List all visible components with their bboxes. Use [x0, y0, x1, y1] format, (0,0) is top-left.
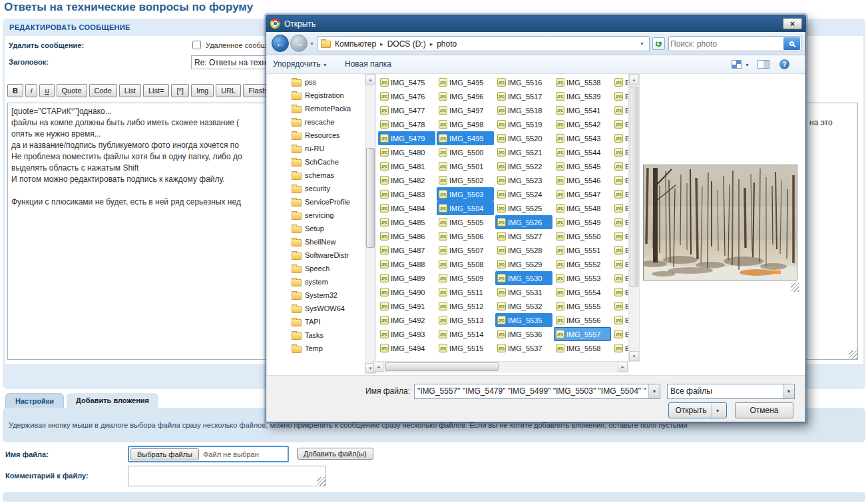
tree-item-pss[interactable]: pss	[269, 75, 363, 89]
file-item-partial[interactable]: Е	[612, 299, 628, 313]
tree-scrollbar[interactable]: ▲ ▼	[365, 74, 376, 374]
file-item-IMG_5497[interactable]: IMG_5497	[437, 103, 494, 117]
dialog-titlebar[interactable]: Открыть	[266, 15, 805, 32]
tree-item-Temp[interactable]: Temp	[269, 342, 363, 355]
file-item-IMG_5479[interactable]: IMG_5479	[378, 131, 435, 145]
file-item-IMG_5482[interactable]: IMG_5482	[378, 173, 435, 187]
file-item-partial[interactable]: Е	[612, 243, 628, 257]
file-item-IMG_5478[interactable]: IMG_5478	[378, 117, 435, 131]
delete-post-checkbox[interactable]	[192, 41, 201, 49]
tree-item-ShellNew[interactable]: ShellNew	[269, 235, 363, 249]
file-item-IMG_5506[interactable]: IMG_5506	[437, 229, 494, 243]
filetype-combobox[interactable]: Все файлы ▼	[667, 384, 795, 399]
file-item-IMG_5484[interactable]: IMG_5484	[378, 201, 435, 215]
tab-add-attachments[interactable]: Добавить вложения	[67, 393, 158, 409]
file-item-IMG_5557[interactable]: IMG_5557	[554, 327, 611, 341]
file-item-IMG_5495[interactable]: IMG_5495	[437, 75, 494, 89]
bbcode-button-list[interactable]: List	[119, 84, 141, 97]
combo-dropdown-icon[interactable]: ▼	[783, 384, 794, 398]
file-item-IMG_5487[interactable]: IMG_5487	[378, 243, 435, 257]
scroll-left-icon[interactable]: ◄	[373, 362, 383, 372]
forward-button[interactable]: →	[290, 35, 308, 52]
file-item-IMG_5515[interactable]: IMG_5515	[437, 341, 494, 355]
file-item-IMG_5517[interactable]: IMG_5517	[495, 89, 552, 103]
file-item-IMG_5543[interactable]: IMG_5543	[554, 131, 611, 145]
files-hscrollbar-thumb[interactable]	[385, 362, 499, 371]
file-item-IMG_5518[interactable]: IMG_5518	[495, 103, 552, 117]
files-vertical-scrollbar[interactable]: ▲ ▼	[628, 74, 640, 362]
tree-item-SysWOW64[interactable]: SysWOW64	[269, 302, 363, 315]
file-item-IMG_5521[interactable]: IMG_5521	[495, 145, 552, 159]
views-caret-icon[interactable]: ▼	[745, 63, 750, 67]
bbcode-button-quote[interactable]: Quote	[57, 84, 87, 97]
tree-item-Registration[interactable]: Registration	[269, 89, 363, 102]
search-button[interactable]	[783, 37, 800, 50]
open-split-caret-icon[interactable]: ▼	[712, 403, 720, 418]
file-item-partial[interactable]: Е	[612, 173, 628, 187]
file-item-IMG_5532[interactable]: IMG_5532	[495, 299, 552, 313]
file-item-partial[interactable]: Е	[612, 89, 628, 103]
search-input[interactable]	[670, 37, 782, 50]
file-item-IMG_5539[interactable]: IMG_5539	[554, 89, 611, 103]
file-item-partial[interactable]: Е	[612, 187, 628, 201]
cancel-button[interactable]: Отмена	[735, 402, 793, 418]
tree-item-SoftwareDistr[interactable]: SoftwareDistr	[269, 249, 363, 262]
tree-item-Setup[interactable]: Setup	[269, 222, 363, 235]
file-item-IMG_5551[interactable]: IMG_5551	[554, 243, 611, 257]
file-item-IMG_5486[interactable]: IMG_5486	[378, 229, 435, 243]
file-item-IMG_5554[interactable]: IMG_5554	[554, 285, 611, 299]
breadcrumb-segment[interactable]: DOCS (D:)	[383, 39, 430, 49]
scroll-right-icon[interactable]: ►	[618, 362, 628, 372]
refresh-button[interactable]	[652, 37, 665, 50]
file-item-IMG_5537[interactable]: IMG_5537	[495, 341, 552, 355]
file-item-partial[interactable]: Е	[612, 341, 628, 355]
file-item-IMG_5498[interactable]: IMG_5498	[437, 117, 494, 131]
file-item-partial[interactable]: Е	[612, 75, 628, 89]
file-item-IMG_5528[interactable]: IMG_5528	[495, 243, 552, 257]
file-item-partial[interactable]: Е	[612, 103, 628, 117]
file-item-partial[interactable]: Е	[612, 117, 628, 131]
file-item-IMG_5546[interactable]: IMG_5546	[554, 173, 611, 187]
textarea-resize-grip[interactable]	[849, 350, 857, 359]
file-item-IMG_5508[interactable]: IMG_5508	[437, 257, 494, 271]
tree-item-schemas[interactable]: schemas	[269, 169, 363, 182]
file-item-IMG_5507[interactable]: IMG_5507	[437, 243, 494, 257]
preview-resize-grip[interactable]	[791, 283, 799, 292]
file-item-IMG_5514[interactable]: IMG_5514	[437, 327, 494, 341]
file-item-IMG_5549[interactable]: IMG_5549	[554, 215, 611, 229]
tree-item-ru-RU[interactable]: ru-RU	[269, 142, 363, 155]
file-item-IMG_5490[interactable]: IMG_5490	[378, 285, 435, 299]
file-item-IMG_5477[interactable]: IMG_5477	[378, 103, 435, 117]
tree-item-servicing[interactable]: servicing	[269, 209, 363, 222]
tree-item-security[interactable]: security	[269, 182, 363, 195]
file-item-IMG_5504[interactable]: IMG_5504	[437, 201, 494, 215]
bbcode-button-img[interactable]: Img	[191, 84, 214, 97]
file-item-partial[interactable]: Е	[612, 159, 628, 173]
file-item-partial[interactable]: Е	[612, 285, 628, 299]
file-item-IMG_5501[interactable]: IMG_5501	[437, 159, 494, 173]
file-item-IMG_5488[interactable]: IMG_5488	[378, 257, 435, 271]
new-folder-button[interactable]: Новая папка	[345, 59, 391, 69]
file-item-partial[interactable]: Е	[612, 271, 628, 285]
breadcrumb-segment[interactable]: photo	[433, 39, 461, 49]
file-item-IMG_5496[interactable]: IMG_5496	[437, 89, 494, 103]
file-item-IMG_5516[interactable]: IMG_5516	[495, 75, 552, 89]
file-item-IMG_5525[interactable]: IMG_5525	[495, 201, 552, 215]
file-item-IMG_5519[interactable]: IMG_5519	[495, 117, 552, 131]
files-horizontal-scrollbar[interactable]: ◄ ►	[373, 361, 628, 372]
bbcode-button-[*][interactable]: [*]	[171, 84, 188, 97]
file-item-IMG_5542[interactable]: IMG_5542	[554, 117, 611, 131]
file-item-IMG_5483[interactable]: IMG_5483	[378, 187, 435, 201]
file-item-IMG_5556[interactable]: IMG_5556	[554, 313, 611, 327]
file-item-partial[interactable]: Е	[612, 313, 628, 327]
file-item-partial[interactable]: Е	[612, 257, 628, 271]
files-scrollbar-thumb[interactable]	[630, 87, 638, 286]
open-button[interactable]: Открыть▼	[668, 402, 727, 418]
tree-scrollbar-thumb[interactable]	[366, 148, 375, 248]
file-item-IMG_5512[interactable]: IMG_5512	[437, 299, 494, 313]
file-item-IMG_5505[interactable]: IMG_5505	[437, 215, 494, 229]
file-item-IMG_5493[interactable]: IMG_5493	[378, 327, 435, 341]
file-input[interactable]: Выбрать файлы Файл не выбран	[128, 446, 289, 462]
tree-item-Resources[interactable]: Resources	[269, 129, 363, 142]
file-item-IMG_5541[interactable]: IMG_5541	[554, 103, 611, 117]
